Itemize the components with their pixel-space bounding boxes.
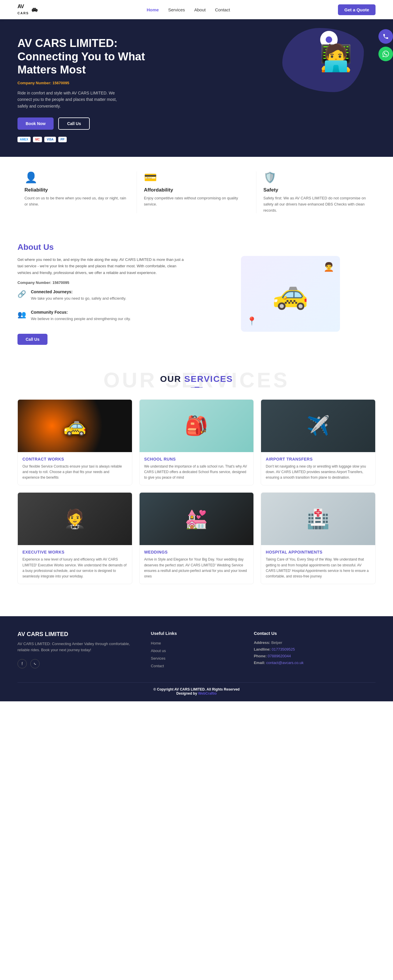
get-quote-button[interactable]: Get a Quote bbox=[338, 4, 376, 15]
affordability-icon: 💳 bbox=[144, 172, 249, 184]
footer-links: Useful Links Home About us Services Cont… bbox=[151, 631, 242, 671]
airport-body: AIRPORT TRANSFERS Don't let navigating a… bbox=[261, 452, 375, 485]
useful-links-title: Useful Links bbox=[151, 631, 242, 636]
contract-desc: Our flexible Service Contracts ensure yo… bbox=[22, 464, 127, 480]
community-desc: We believe in connecting people and stre… bbox=[31, 316, 131, 322]
footer-email: Email: contact@avcars.co.uk bbox=[254, 660, 376, 665]
footer-link-about[interactable]: About us bbox=[151, 648, 242, 653]
about-illustration: 🚕 🧑‍🦱 📍 bbox=[241, 256, 340, 332]
footer-bottom: © Copyright AV CARS LIMITED. All Rights … bbox=[17, 682, 376, 695]
navbar: AV CARS Home Services About Contact Get … bbox=[0, 0, 393, 19]
footer-link-services[interactable]: Services bbox=[151, 655, 242, 661]
wedding-image: 💒 bbox=[139, 493, 254, 545]
school-desc: We understand the importance of a safe s… bbox=[144, 464, 249, 480]
footer-link-contact[interactable]: Contact bbox=[151, 663, 242, 668]
visa-icon: VISA bbox=[44, 137, 55, 142]
amex-icon: AMEX bbox=[17, 137, 30, 142]
contract-title: CONTRACT WORKS bbox=[22, 457, 127, 461]
community-title: Community Focus: bbox=[31, 310, 131, 315]
airport-image: ✈️ bbox=[261, 399, 375, 452]
hospital-title: HOSPITAL APPOINTMENTS bbox=[266, 550, 371, 554]
exec-title: EXECUTIVE WORKS bbox=[22, 550, 127, 554]
airport-desc: Don't let navigating a new city or wrest… bbox=[266, 464, 371, 480]
feature-safety: 🛡️ Safety Safety first: We as AV CARS LI… bbox=[257, 172, 376, 213]
footer-grid: AV CARS LIMITED AV CARS LIMITED: Connect… bbox=[17, 631, 376, 671]
whatsapp-float-icon[interactable] bbox=[379, 47, 393, 61]
call-us-button[interactable]: Call Us bbox=[58, 118, 89, 130]
exec-image: 🤵 bbox=[18, 493, 132, 545]
safety-desc: Safety first: We as AV CARS LIMITED do n… bbox=[263, 195, 369, 213]
nav-about[interactable]: About bbox=[194, 7, 206, 12]
footer-brand: AV CARS LIMITED AV CARS LIMITED: Connect… bbox=[17, 631, 139, 671]
taxi-illustration: 🚕 bbox=[272, 277, 309, 311]
school-image: 🎒 bbox=[139, 399, 254, 452]
hero-section: AV CARS LIMITED: Connecting You to What … bbox=[0, 19, 393, 157]
hero-description: Ride in comfort and style with AV CARS L… bbox=[17, 90, 128, 109]
mastercard-icon: MC bbox=[33, 137, 42, 142]
about-image: 🚕 🧑‍🦱 📍 bbox=[205, 256, 376, 332]
footer-phone: Phone: 07889620044 bbox=[254, 654, 376, 658]
school-body: SCHOOL RUNS We understand the importance… bbox=[139, 452, 254, 485]
service-card-airport: ✈️ AIRPORT TRANSFERS Don't let navigatin… bbox=[261, 399, 376, 486]
whatsapp-social-icon[interactable] bbox=[30, 659, 40, 668]
person-illustration: 🧑‍🦱 bbox=[323, 262, 334, 272]
community-icon: 👥 bbox=[17, 310, 26, 318]
hero-figure: 🧑‍💻 bbox=[320, 43, 352, 73]
nav-home[interactable]: Home bbox=[147, 7, 159, 12]
nav-links: Home Services About Contact bbox=[147, 7, 230, 12]
journeys-icon: 🔗 bbox=[17, 290, 26, 298]
logo-text: AV CARS bbox=[17, 3, 29, 16]
book-now-button[interactable]: Book Now bbox=[17, 118, 54, 130]
designer-credit: Designed by WebCraftio bbox=[176, 691, 217, 695]
exec-desc: Experience a new level of luxury and eff… bbox=[22, 557, 127, 579]
phone-float-icon[interactable] bbox=[379, 29, 393, 44]
footer-link-home[interactable]: Home bbox=[151, 640, 242, 646]
journeys-desc: We take you where you need to go, safely… bbox=[31, 295, 126, 302]
paypal-icon: PP bbox=[58, 137, 67, 142]
features-section: 👤 Reliability Count on us to be there wh… bbox=[0, 157, 393, 228]
airport-title: AIRPORT TRANSFERS bbox=[266, 457, 371, 461]
svg-rect-1 bbox=[33, 8, 36, 10]
reliability-icon: 👤 bbox=[24, 172, 130, 184]
wedding-desc: Arrive in Style and Elegance for Your Bi… bbox=[144, 557, 249, 579]
reliability-desc: Count on us to be there when you need us… bbox=[24, 195, 130, 208]
wedding-title: WEDDINGS bbox=[144, 550, 249, 554]
hospital-image: 🏥 bbox=[261, 493, 375, 545]
footer-address: Address: Belper bbox=[254, 640, 376, 645]
reliability-title: Reliability bbox=[24, 187, 130, 193]
service-card-contract: 🚕 CONTRACT WORKS Our flexible Service Co… bbox=[17, 399, 132, 486]
about-description: Get where you need to be, and enjoy the … bbox=[17, 256, 188, 276]
footer-contact: Contact Us Address: Belper Landline: 017… bbox=[254, 631, 376, 671]
hero-illustration: 🧑‍💻 bbox=[265, 25, 376, 98]
about-point-journeys: 🔗 Connected Journeys: We take you where … bbox=[17, 290, 188, 305]
payment-methods: AMEX MC VISA PP bbox=[17, 137, 163, 142]
footer-brand-desc: AV CARS LIMITED: Connecting Amber Valley… bbox=[17, 641, 139, 653]
school-title: SCHOOL RUNS bbox=[144, 457, 249, 461]
contract-image: 🚕 bbox=[18, 399, 132, 452]
car-icon bbox=[30, 7, 39, 12]
about-title: About Us bbox=[17, 242, 188, 252]
safety-icon: 🛡️ bbox=[263, 172, 369, 184]
contract-body: CONTRACT WORKS Our flexible Service Cont… bbox=[18, 452, 132, 485]
about-points: 🔗 Connected Journeys: We take you where … bbox=[17, 290, 188, 326]
services-title-accent: SERVICES bbox=[184, 374, 233, 383]
hero-content: AV CARS LIMITED: Connecting You to What … bbox=[17, 37, 163, 142]
service-card-school: 🎒 SCHOOL RUNS We understand the importan… bbox=[139, 399, 254, 486]
whatsapp-svg bbox=[33, 662, 37, 666]
about-call-button[interactable]: Call Us bbox=[17, 334, 48, 345]
service-card-exec: 🤵 EXECUTIVE WORKS Experience a new level… bbox=[17, 492, 132, 584]
service-card-hospital: 🏥 HOSPITAL APPOINTMENTS Taking Care of Y… bbox=[261, 492, 376, 584]
nav-services[interactable]: Services bbox=[168, 7, 185, 12]
footer-social: f bbox=[17, 659, 139, 668]
safety-title: Safety bbox=[263, 187, 369, 193]
hero-buttons: Book Now Call Us bbox=[17, 118, 163, 130]
footer-brand-name: AV CARS LIMITED bbox=[17, 631, 139, 638]
hospital-body: HOSPITAL APPOINTMENTS Taking Care of You… bbox=[261, 545, 375, 584]
wedding-body: WEDDINGS Arrive in Style and Elegance fo… bbox=[139, 545, 254, 584]
facebook-icon[interactable]: f bbox=[17, 659, 27, 668]
nav-contact[interactable]: Contact bbox=[215, 7, 230, 12]
footer-landline: Landline: 01773509525 bbox=[254, 647, 376, 651]
feature-reliability: 👤 Reliability Count on us to be there wh… bbox=[17, 172, 137, 213]
whatsapp-icon bbox=[382, 51, 389, 57]
phone-icon bbox=[382, 33, 389, 40]
